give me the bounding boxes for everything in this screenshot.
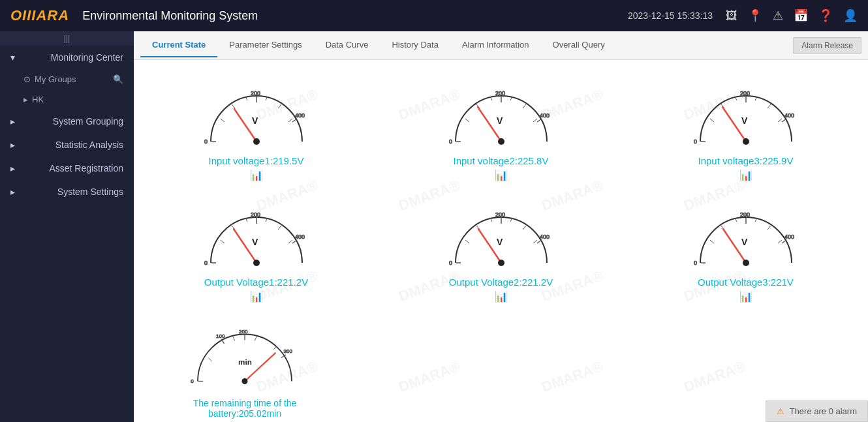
settings-arrow: ▸	[10, 187, 15, 197]
svg-line-49	[292, 240, 297, 243]
svg-point-89	[743, 260, 749, 266]
svg-line-64	[537, 240, 542, 243]
gauge-cell-input-voltage-3: 0 200 400 V	[630, 73, 861, 188]
settings-label: System Settings	[57, 187, 123, 197]
tab-current-state[interactable]: Current State	[140, 33, 217, 57]
sidebar: ||| ▾ Monitoring Center ⊙ My Groups 🔍 ▸ …	[0, 31, 134, 422]
gauge-cell-output-voltage-2: 0 200 400 V	[385, 194, 617, 309]
input-voltage-3-label: Input voltage3:225.9V	[698, 155, 794, 166]
image-icon[interactable]: 🖼	[726, 9, 737, 23]
circle-icon: ⊙	[23, 74, 31, 84]
svg-text:200: 200	[495, 211, 505, 218]
asset-label: Asset Registration	[49, 163, 123, 173]
hk-label: HK	[32, 95, 44, 104]
sidebar-item-hk[interactable]: ▸ HK	[0, 89, 134, 110]
svg-line-40	[767, 104, 771, 108]
alert-icon[interactable]: ⚠	[773, 8, 783, 23]
svg-text:0: 0	[694, 260, 697, 266]
gauge-cell-output-voltage-1: 0 200 400 V	[140, 194, 372, 309]
gauge-area: DMARA® DMARA® DMARA® DMARA® DMARA® DMARA…	[134, 60, 868, 422]
svg-line-71	[533, 240, 537, 243]
svg-point-74	[498, 260, 504, 266]
alarm-status-text: There are 0 alarm	[790, 406, 857, 416]
svg-text:400: 400	[784, 234, 794, 240]
svg-text:0: 0	[204, 138, 208, 145]
gauge-svg-output-voltage-3: 0 200 400 V	[687, 201, 805, 273]
svg-text:200: 200	[251, 211, 260, 218]
svg-point-44	[743, 138, 749, 145]
svg-text:V: V	[497, 115, 503, 126]
svg-text:V: V	[252, 115, 258, 126]
tab-overall-query[interactable]: Overall Query	[541, 33, 617, 57]
location-icon[interactable]: 📍	[748, 8, 762, 23]
bar-chart-icon-3: 📊	[739, 169, 752, 181]
sidebar-item-monitoring-center[interactable]: ▾ Monitoring Center	[0, 46, 134, 69]
header-icons: 🖼 📍 ⚠ 📅 ❓ 👤	[726, 8, 858, 23]
system-grouping-label: System Grouping	[53, 116, 123, 127]
sidebar-collapse-bar[interactable]: |||	[0, 31, 134, 46]
svg-text:200: 200	[495, 90, 505, 97]
sidebar-item-my-groups[interactable]: ⊙ My Groups 🔍	[0, 69, 134, 89]
gauge-grid: 0 200 400	[140, 73, 861, 309]
sidebar-item-statistic-analysis[interactable]: ▸ Statistic Analysis	[0, 133, 134, 157]
svg-text:0: 0	[449, 138, 452, 145]
calendar-icon[interactable]: 📅	[794, 8, 808, 23]
svg-line-86	[778, 240, 782, 243]
svg-text:min: min	[238, 357, 252, 366]
gauge-cell-battery: 0 100 200 300	[179, 316, 310, 422]
svg-line-6	[221, 119, 225, 122]
svg-line-100	[255, 337, 256, 340]
sidebar-item-system-grouping[interactable]: ▸ System Grouping	[0, 110, 134, 133]
svg-line-34	[782, 119, 786, 122]
hk-arrow: ▸	[23, 95, 28, 104]
user-icon[interactable]: 👤	[843, 8, 858, 23]
svg-text:100: 100	[216, 333, 225, 339]
svg-text:0: 0	[449, 260, 452, 266]
svg-line-98	[208, 358, 211, 361]
header: OIIIARA Environmental Monitoring System …	[0, 0, 868, 31]
alarm-release-button[interactable]: Alarm Release	[793, 37, 861, 54]
help-icon[interactable]: ❓	[818, 8, 833, 23]
gauge-svg-input-voltage-3: 0 200 400 V	[687, 80, 805, 151]
alarm-status-bar: ⚠ There are 0 alarm	[766, 400, 868, 422]
input-voltage-2-label: Input voltage2:225.8V	[454, 155, 549, 166]
gauge-cell-output-voltage-3: 0 200 400 V	[630, 194, 861, 309]
svg-text:300: 300	[283, 348, 292, 354]
svg-text:400: 400	[295, 112, 305, 119]
gauge-svg-output-voltage-2: 0 200 400 V	[442, 201, 560, 273]
battery-label: The remaining time of thebattery:205.02m…	[193, 398, 297, 419]
svg-point-59	[253, 260, 260, 266]
app-title: Environmental Monitoring System	[82, 9, 628, 23]
bar-chart-icon-4: 📊	[250, 290, 263, 303]
svg-line-36	[710, 119, 714, 122]
svg-text:400: 400	[540, 234, 550, 240]
sidebar-item-asset-registration[interactable]: ▸ Asset Registration	[0, 157, 134, 180]
svg-text:400: 400	[540, 112, 550, 119]
svg-line-41	[778, 119, 782, 122]
gauge-svg-battery: 0 100 200 300	[186, 316, 303, 394]
svg-text:200: 200	[239, 329, 248, 335]
datetime: 2023-12-15 15:33:13	[628, 10, 713, 21]
svg-line-11	[288, 119, 292, 122]
svg-text:400: 400	[295, 234, 305, 240]
svg-text:0: 0	[191, 378, 194, 384]
main-layout: ||| ▾ Monitoring Center ⊙ My Groups 🔍 ▸ …	[0, 31, 868, 422]
search-icon[interactable]: 🔍	[113, 74, 123, 84]
sidebar-item-system-settings[interactable]: ▸ System Settings	[0, 180, 134, 203]
tab-parameter-settings[interactable]: Parameter Settings	[217, 33, 313, 57]
tab-bar: Current State Parameter Settings Data Cu…	[134, 31, 868, 60]
tab-data-curve[interactable]: Data Curve	[314, 33, 380, 57]
input-voltage-1-label: Input voltage1:219.5V	[209, 155, 304, 166]
gauge-cell-input-voltage-2: 0 200 400 V	[385, 73, 617, 188]
tab-history-data[interactable]: History Data	[380, 33, 450, 57]
svg-line-25	[523, 104, 526, 108]
svg-text:0: 0	[694, 138, 697, 145]
svg-line-10	[278, 104, 281, 108]
alarm-warning-icon: ⚠	[777, 406, 784, 416]
svg-line-55	[278, 226, 281, 230]
tab-alarm-information[interactable]: Alarm Information	[450, 33, 541, 57]
svg-line-51	[221, 240, 225, 243]
output-voltage-3-label: Output Voltage3:221V	[698, 277, 794, 288]
svg-text:V: V	[497, 237, 503, 247]
my-groups-label: My Groups	[35, 74, 76, 84]
